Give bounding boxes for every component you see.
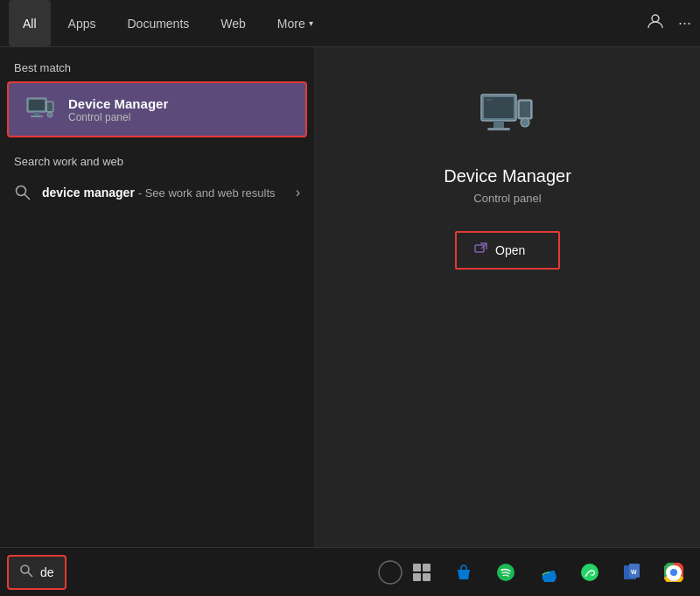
svg-point-0	[652, 15, 659, 22]
right-panel: Device Manager Control panel Open	[315, 47, 700, 547]
profile-icon[interactable]	[647, 12, 664, 34]
left-panel: Best match Device Manager Control panel	[0, 47, 315, 547]
svg-rect-24	[413, 573, 421, 581]
tab-apps[interactable]: Apps	[54, 0, 110, 46]
device-manager-icon-large	[472, 82, 542, 152]
svg-rect-15	[520, 102, 530, 117]
more-options-icon[interactable]: ···	[678, 14, 691, 32]
taskbar-search-icon	[19, 564, 33, 581]
best-match-app-info: Device Manager Control panel	[68, 96, 168, 123]
chrome-icon[interactable]	[654, 553, 693, 592]
svg-line-20	[28, 572, 32, 577]
windows-start-button[interactable]	[378, 553, 402, 592]
svg-rect-2	[29, 100, 45, 110]
open-button[interactable]: Open	[455, 231, 560, 270]
search-loop-icon	[14, 184, 32, 201]
whatsapp-icon[interactable]	[570, 553, 609, 592]
taskbar: W	[0, 547, 700, 596]
open-icon	[474, 242, 488, 259]
svg-rect-17	[486, 99, 493, 101]
tab-documents[interactable]: Documents	[113, 0, 203, 46]
device-manager-icon-small	[23, 92, 58, 127]
task-view-icon[interactable]	[402, 553, 441, 592]
nav-right-icons: ···	[647, 12, 691, 34]
word-icon[interactable]: W	[612, 553, 651, 592]
svg-rect-25	[423, 573, 430, 581]
svg-rect-13	[487, 128, 510, 130]
svg-point-27	[581, 564, 598, 581]
svg-rect-12	[494, 121, 504, 128]
best-match-item[interactable]: Device Manager Control panel	[7, 81, 307, 137]
web-search-item[interactable]: device manager - See work and web result…	[0, 175, 314, 210]
microsoft-store-icon[interactable]	[444, 553, 483, 592]
tab-all[interactable]: All	[9, 0, 51, 46]
best-match-title: Device Manager	[68, 96, 168, 111]
chevron-right-icon: ›	[296, 185, 300, 200]
svg-point-8	[17, 186, 26, 196]
spotify-icon[interactable]	[486, 553, 525, 592]
svg-point-7	[47, 112, 52, 117]
web-search-text: device manager - See work and web result…	[42, 186, 285, 200]
open-label: Open	[495, 243, 525, 257]
web-query: device manager - See work and web result…	[42, 186, 285, 200]
taskbar-search-bar[interactable]	[7, 555, 66, 590]
svg-rect-4	[31, 116, 43, 117]
right-app-title: Device Manager	[444, 166, 571, 186]
svg-point-16	[521, 118, 529, 127]
svg-rect-18	[475, 245, 484, 252]
svg-rect-22	[413, 564, 421, 571]
svg-point-33	[671, 569, 677, 575]
best-match-label: Best match	[0, 61, 314, 81]
svg-point-21	[379, 561, 402, 584]
svg-line-9	[24, 194, 30, 200]
svg-text:W: W	[631, 569, 637, 575]
search-web-label: Search work and web	[0, 148, 314, 175]
svg-rect-3	[34, 112, 39, 116]
svg-point-19	[21, 565, 29, 573]
edge-icon[interactable]	[528, 553, 567, 592]
best-match-subtitle: Control panel	[68, 111, 168, 123]
tab-more[interactable]: More ▾	[263, 0, 327, 46]
taskbar-search-input[interactable]	[40, 565, 54, 579]
svg-rect-23	[423, 564, 430, 571]
tab-web[interactable]: Web	[206, 0, 260, 46]
main-content: Best match Device Manager Control panel	[0, 47, 700, 547]
taskbar-icons: W	[402, 553, 693, 592]
chevron-down-icon: ▾	[309, 18, 313, 28]
right-app-subtitle: Control panel	[473, 192, 541, 205]
svg-rect-6	[47, 102, 52, 111]
top-nav: All Apps Documents Web More ▾ ···	[0, 0, 700, 47]
